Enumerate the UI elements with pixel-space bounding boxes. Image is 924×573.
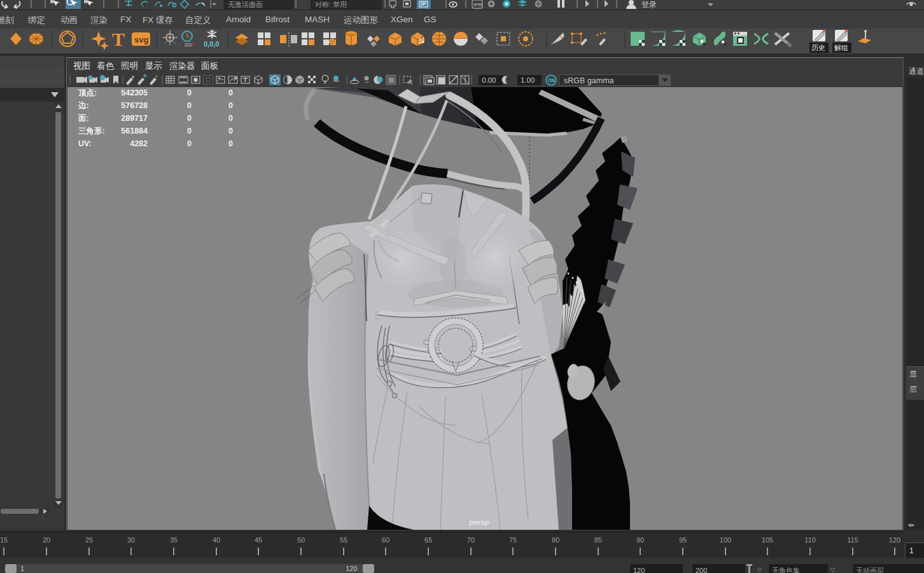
svg-text:IPR: IPR	[473, 2, 482, 8]
svg-text:面:: 面:	[78, 114, 89, 123]
svg-text:0: 0	[228, 101, 233, 110]
svg-text:登录: 登录	[641, 0, 657, 9]
svg-text:1.00: 1.00	[521, 76, 535, 84]
svg-text:0: 0	[228, 139, 233, 148]
svg-text:解组: 解组	[834, 44, 848, 52]
svg-text:0: 0	[228, 88, 233, 97]
svg-text:顶点:: 顶点:	[78, 88, 97, 97]
svg-text:561884: 561884	[121, 127, 148, 135]
svg-text:三角形:: 三角形:	[78, 127, 105, 135]
svg-text:边:: 边:	[78, 101, 89, 110]
svg-text:576728: 576728	[121, 101, 148, 110]
svg-text:UV:: UV:	[78, 139, 92, 148]
svg-text:svg: svg	[134, 35, 148, 45]
svg-text:ON: ON	[548, 78, 555, 83]
svg-text:T: T	[112, 29, 125, 50]
svg-text:历史: 历史	[811, 44, 825, 52]
svg-text:0,0,0: 0,0,0	[204, 40, 219, 48]
svg-text:0: 0	[187, 127, 192, 135]
svg-text:0: 0	[187, 139, 192, 148]
svg-text:0.00: 0.00	[482, 76, 496, 84]
svg-text:sRGB gamma: sRGB gamma	[564, 76, 614, 85]
svg-text:对称: 禁用: 对称: 禁用	[315, 1, 347, 8]
svg-text:0: 0	[187, 101, 192, 110]
svg-text:0: 0	[187, 114, 192, 123]
svg-text:4282: 4282	[130, 139, 148, 148]
svg-text:542305: 542305	[121, 88, 148, 97]
svg-text:无激活曲面: 无激活曲面	[228, 1, 263, 8]
svg-text:289717: 289717	[121, 114, 148, 123]
svg-text:persp: persp	[469, 518, 489, 526]
svg-text:0: 0	[228, 114, 233, 123]
svg-text:0: 0	[228, 127, 233, 135]
svg-text:0: 0	[187, 88, 192, 97]
